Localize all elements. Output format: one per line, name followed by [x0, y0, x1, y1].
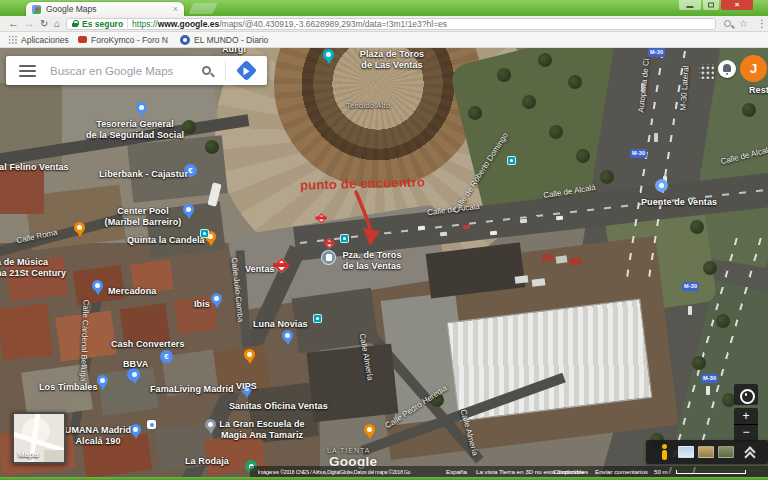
maps-search-box[interactable]: Buscar en Google Maps — [6, 56, 267, 85]
map-label-plaza-toros[interactable]: Plaza de Toros de Las Ventas — [341, 49, 443, 72]
bus-stop-icon[interactable] — [507, 156, 516, 165]
window-close-button[interactable]: × — [721, 0, 753, 10]
map-car — [440, 232, 447, 236]
map-tree — [205, 140, 219, 154]
imagery-thumbnail[interactable] — [678, 446, 694, 458]
tab-title: Google Maps — [46, 4, 168, 14]
poi-pin-los-timbales[interactable] — [97, 375, 108, 386]
url-text: https://www.google.es/maps/@40.430919,-3… — [132, 19, 447, 29]
poi-pin-tesoreria[interactable] — [136, 102, 147, 113]
poi-pin-plaza-toros[interactable] — [323, 49, 334, 60]
pegman-icon[interactable] — [660, 444, 669, 460]
food-pin[interactable] — [364, 424, 375, 435]
map-truck — [542, 253, 554, 261]
imagery-attribution: Imágenes ©2018 CNES / Airbus,DigitalGlob… — [258, 466, 411, 477]
poi-pin-ibis[interactable] — [211, 293, 222, 304]
map-label-sanitas[interactable]: Sanitas Oficina Ventas — [229, 401, 328, 412]
road-badge-m30: M-30 — [682, 282, 699, 291]
map-label-liberbank[interactable]: Liberbank - Cajastur — [99, 169, 188, 180]
map-label-la-rodaja[interactable]: La Rodaja — [185, 456, 229, 467]
minimap-toggle[interactable]: Mapa — [12, 412, 66, 464]
account-avatar[interactable]: J — [740, 55, 767, 82]
browser-tab[interactable]: Google Maps × — [26, 2, 184, 16]
map-label-escuela-musica[interactable]: a de Música na 21St Century — [0, 257, 66, 280]
map-label-ibis[interactable]: Ibis — [194, 299, 210, 310]
google-apps-icon[interactable] — [699, 64, 714, 79]
elmundo-icon — [180, 35, 190, 45]
map-label-restaurante[interactable]: Rest — [749, 85, 768, 96]
notifications-bell-icon[interactable] — [718, 60, 736, 78]
address-bar[interactable]: Es seguro https://www.google.es/maps/@40… — [66, 18, 716, 31]
bookmark-star-icon[interactable]: ☆ — [739, 16, 748, 31]
shop-icon[interactable] — [147, 420, 156, 429]
bookmarks-bar: Aplicaciones ForoKymco - Foro N EL MUNDO… — [0, 32, 768, 48]
map-label-aurgi[interactable]: Aurgi — [222, 48, 246, 55]
map-tree — [716, 314, 730, 328]
feedback-link[interactable]: Enviar comentarios — [595, 466, 648, 477]
map-label-puente-ventas[interactable]: Puente de Ventas — [641, 197, 717, 208]
my-location-button[interactable] — [734, 384, 758, 405]
metro-entrance-icon[interactable] — [323, 237, 334, 248]
map-label-vips[interactable]: VIPS — [236, 381, 257, 392]
bookmark-forokymco[interactable]: ForoKymco - Foro N — [78, 32, 168, 47]
metro-entrance-icon[interactable] — [315, 212, 326, 223]
terms-link[interactable]: Condiciones — [554, 466, 588, 477]
zoom-indicator-icon[interactable] — [724, 20, 731, 27]
poi-pin-escuela-magia[interactable] — [205, 419, 216, 430]
food-pin[interactable] — [74, 222, 85, 233]
map-label-hospital-felino[interactable]: tal Felino Ventas — [0, 162, 69, 173]
bus-stop-icon[interactable] — [313, 314, 322, 323]
window-minimize-button[interactable] — [679, 0, 701, 10]
poi-pin-center-pool[interactable] — [183, 204, 194, 215]
poi-pin-famaliving[interactable] — [129, 369, 140, 380]
map-label-estacion-pza-toros[interactable]: Pza. de Toros de las Ventas — [340, 250, 404, 273]
map-canvas[interactable]: € € € M-30 M-30 M-30 M-30 Plaza de Toros… — [0, 48, 768, 480]
food-pin-vips[interactable] — [244, 349, 255, 360]
chrome-menu-icon[interactable]: ⋮ — [757, 16, 767, 31]
bookmark-elmundo[interactable]: EL MUNDO - Diario — [180, 32, 268, 47]
imagery-thumbnail[interactable] — [718, 446, 734, 458]
window-maximize-button[interactable] — [703, 0, 719, 10]
poi-pin-luna-novias[interactable] — [282, 330, 293, 341]
directions-icon[interactable] — [236, 60, 257, 81]
map-label-center-pool[interactable]: Center Pool (Maribel Barreiro) — [104, 206, 182, 229]
tab-close-icon[interactable]: × — [173, 5, 178, 14]
map-label-escuela-magia[interactable]: La Gran Escuela de Magia Ana Tamariz — [216, 419, 308, 442]
bookmark-apps[interactable]: Aplicaciones — [8, 32, 69, 47]
map-label-mercadona[interactable]: Mercadona — [108, 286, 156, 297]
map-tree — [690, 220, 704, 234]
station-icon-pza-toros[interactable] — [321, 250, 336, 265]
map-label-los-timbales[interactable]: Los Timbales — [39, 382, 98, 393]
zoom-out-button[interactable]: − — [734, 425, 758, 441]
map-car — [556, 216, 563, 220]
map-truck — [570, 257, 582, 265]
map-label-umana[interactable]: UMANA Madrid Alcalá 190 — [62, 425, 134, 448]
poi-pin-puente[interactable] — [655, 179, 668, 192]
map-label-metro-ventas[interactable]: Ventas — [245, 264, 275, 275]
poi-pin-mercadona[interactable] — [92, 280, 103, 291]
url-path: /maps/@40.430919,-3.6628989,293m/data=!3… — [219, 19, 447, 29]
metro-logo-ventas[interactable] — [273, 257, 289, 273]
home-icon[interactable]: ⌂ — [54, 16, 60, 31]
zoom-in-button[interactable]: + — [734, 408, 758, 425]
back-icon[interactable]: ← — [8, 16, 19, 31]
search-input[interactable]: Buscar en Google Maps — [50, 65, 202, 77]
bank-pin-bbva[interactable]: € — [160, 350, 173, 363]
forward-icon[interactable]: → — [24, 16, 35, 31]
map-label-tesoreria[interactable]: Tesorería General de la Seguridad Social — [70, 119, 200, 142]
map-truck — [556, 255, 568, 263]
map-label-cash-converters[interactable]: Cash Converters — [111, 339, 185, 350]
new-tab-button[interactable] — [188, 3, 217, 14]
menu-hamburger-icon[interactable] — [19, 62, 36, 80]
map-label-bbva[interactable]: BBVA — [123, 359, 148, 370]
map-label-famaliving[interactable]: FamaLiving Madrid — [150, 384, 234, 395]
map-label-luna-novias[interactable]: Luna Novias — [253, 319, 308, 330]
imagery-thumbnail[interactable] — [698, 446, 714, 458]
security-label: Es seguro — [82, 19, 123, 29]
refresh-icon[interactable]: ↻ — [40, 16, 48, 31]
map-roof — [0, 304, 53, 361]
map-label-quinta[interactable]: Quinta la Candela — [127, 235, 205, 246]
road-badge-m30: M-30 — [648, 48, 665, 57]
search-icon[interactable] — [202, 66, 211, 75]
map-tree — [497, 68, 511, 82]
